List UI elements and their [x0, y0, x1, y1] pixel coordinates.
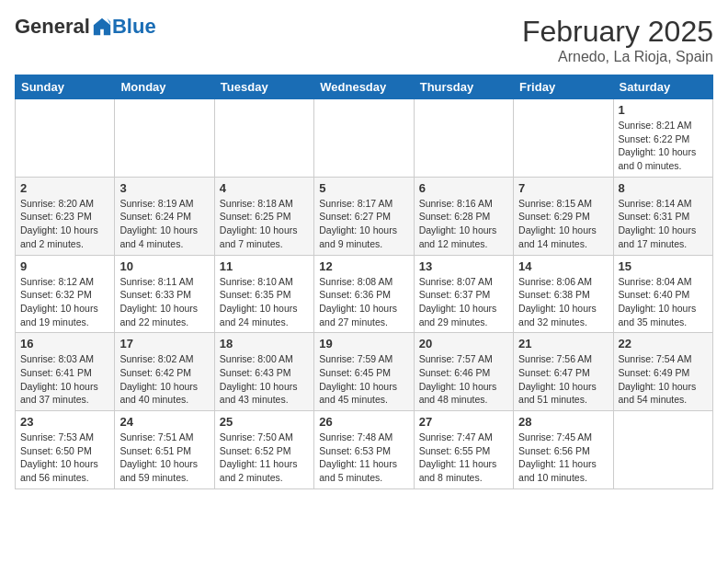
day-info: Sunrise: 7:57 AM Sunset: 6:46 PM Dayligh… — [419, 352, 508, 407]
day-number: 8 — [619, 181, 708, 195]
calendar-cell: 9Sunrise: 8:12 AM Sunset: 6:32 PM Daylig… — [16, 255, 115, 333]
day-info: Sunrise: 8:17 AM Sunset: 6:27 PM Dayligh… — [319, 197, 408, 251]
calendar-cell: 2Sunrise: 8:20 AM Sunset: 6:23 PM Daylig… — [16, 177, 115, 255]
calendar-cell: 28Sunrise: 7:45 AM Sunset: 6:56 PM Dayli… — [514, 411, 613, 489]
calendar-cell: 12Sunrise: 8:08 AM Sunset: 6:36 PM Dayli… — [314, 255, 414, 333]
weekday-header-wednesday: Wednesday — [314, 75, 414, 99]
day-info: Sunrise: 8:16 AM Sunset: 6:28 PM Dayligh… — [419, 197, 508, 251]
weekday-header-friday: Friday — [514, 75, 613, 99]
day-number: 7 — [518, 181, 608, 195]
day-info: Sunrise: 8:21 AM Sunset: 6:22 PM Dayligh… — [619, 119, 708, 173]
day-number: 9 — [20, 259, 109, 273]
calendar-cell: 20Sunrise: 7:57 AM Sunset: 6:46 PM Dayli… — [414, 333, 513, 411]
calendar-cell — [115, 99, 214, 178]
day-number: 21 — [518, 337, 608, 350]
day-number: 2 — [20, 181, 109, 195]
day-number: 25 — [220, 415, 309, 429]
day-number: 28 — [518, 415, 608, 429]
day-info: Sunrise: 7:56 AM Sunset: 6:47 PM Dayligh… — [518, 352, 608, 407]
calendar-cell: 3Sunrise: 8:19 AM Sunset: 6:24 PM Daylig… — [115, 177, 214, 255]
calendar-cell — [16, 99, 115, 178]
calendar-cell — [613, 411, 712, 489]
calendar-table: SundayMondayTuesdayWednesdayThursdayFrid… — [15, 75, 713, 489]
day-number: 24 — [119, 415, 209, 429]
day-info: Sunrise: 8:11 AM Sunset: 6:33 PM Dayligh… — [119, 275, 209, 329]
day-info: Sunrise: 8:15 AM Sunset: 6:29 PM Dayligh… — [518, 197, 608, 251]
calendar-week-3: 9Sunrise: 8:12 AM Sunset: 6:32 PM Daylig… — [16, 255, 713, 333]
day-number: 1 — [619, 103, 708, 117]
calendar-cell: 14Sunrise: 8:06 AM Sunset: 6:38 PM Dayli… — [514, 255, 613, 333]
calendar-cell: 24Sunrise: 7:51 AM Sunset: 6:51 PM Dayli… — [115, 411, 214, 489]
day-number: 18 — [220, 337, 309, 350]
day-number: 20 — [419, 337, 508, 350]
calendar-week-1: 1Sunrise: 8:21 AM Sunset: 6:22 PM Daylig… — [16, 99, 713, 178]
day-number: 13 — [419, 259, 508, 273]
location: Arnedo, La Rioja, Spain — [522, 49, 713, 65]
calendar-cell: 5Sunrise: 8:17 AM Sunset: 6:27 PM Daylig… — [314, 177, 414, 255]
day-number: 11 — [220, 259, 309, 273]
day-number: 26 — [319, 415, 408, 429]
day-info: Sunrise: 7:59 AM Sunset: 6:45 PM Dayligh… — [319, 352, 408, 407]
day-info: Sunrise: 8:07 AM Sunset: 6:37 PM Dayligh… — [419, 275, 508, 329]
calendar-cell: 10Sunrise: 8:11 AM Sunset: 6:33 PM Dayli… — [115, 255, 214, 333]
day-info: Sunrise: 7:53 AM Sunset: 6:50 PM Dayligh… — [20, 431, 109, 485]
day-info: Sunrise: 7:54 AM Sunset: 6:49 PM Dayligh… — [619, 352, 708, 407]
calendar-cell: 19Sunrise: 7:59 AM Sunset: 6:45 PM Dayli… — [314, 333, 414, 411]
day-info: Sunrise: 8:00 AM Sunset: 6:43 PM Dayligh… — [220, 352, 309, 407]
calendar-cell: 6Sunrise: 8:16 AM Sunset: 6:28 PM Daylig… — [414, 177, 513, 255]
calendar-week-5: 23Sunrise: 7:53 AM Sunset: 6:50 PM Dayli… — [16, 411, 713, 489]
weekday-header-row: SundayMondayTuesdayWednesdayThursdayFrid… — [16, 75, 713, 99]
calendar-week-2: 2Sunrise: 8:20 AM Sunset: 6:23 PM Daylig… — [16, 177, 713, 255]
weekday-header-saturday: Saturday — [613, 75, 712, 99]
day-info: Sunrise: 7:50 AM Sunset: 6:52 PM Dayligh… — [220, 431, 309, 485]
calendar-cell: 26Sunrise: 7:48 AM Sunset: 6:53 PM Dayli… — [314, 411, 414, 489]
weekday-header-tuesday: Tuesday — [214, 75, 313, 99]
calendar-cell — [214, 99, 313, 178]
day-info: Sunrise: 8:10 AM Sunset: 6:35 PM Dayligh… — [220, 275, 309, 329]
calendar-cell — [314, 99, 414, 178]
day-number: 19 — [319, 337, 408, 350]
day-number: 12 — [319, 259, 408, 273]
calendar-cell — [414, 99, 513, 178]
day-number: 17 — [119, 337, 209, 350]
day-number: 22 — [619, 337, 708, 350]
calendar-cell: 1Sunrise: 8:21 AM Sunset: 6:22 PM Daylig… — [613, 99, 712, 178]
title-area: February 2025 Arnedo, La Rioja, Spain — [522, 15, 713, 65]
day-info: Sunrise: 8:14 AM Sunset: 6:31 PM Dayligh… — [619, 197, 708, 251]
calendar-cell: 27Sunrise: 7:47 AM Sunset: 6:55 PM Dayli… — [414, 411, 513, 489]
calendar-cell: 22Sunrise: 7:54 AM Sunset: 6:49 PM Dayli… — [613, 333, 712, 411]
calendar-cell: 25Sunrise: 7:50 AM Sunset: 6:52 PM Dayli… — [214, 411, 313, 489]
day-info: Sunrise: 8:06 AM Sunset: 6:38 PM Dayligh… — [518, 275, 608, 329]
calendar-cell: 4Sunrise: 8:18 AM Sunset: 6:25 PM Daylig… — [214, 177, 313, 255]
calendar-cell: 23Sunrise: 7:53 AM Sunset: 6:50 PM Dayli… — [16, 411, 115, 489]
day-number: 5 — [319, 181, 408, 195]
calendar-cell: 17Sunrise: 8:02 AM Sunset: 6:42 PM Dayli… — [115, 333, 214, 411]
calendar-cell: 16Sunrise: 8:03 AM Sunset: 6:41 PM Dayli… — [16, 333, 115, 411]
day-number: 14 — [518, 259, 608, 273]
calendar-cell: 21Sunrise: 7:56 AM Sunset: 6:47 PM Dayli… — [514, 333, 613, 411]
day-info: Sunrise: 8:08 AM Sunset: 6:36 PM Dayligh… — [319, 275, 408, 329]
day-number: 4 — [220, 181, 309, 195]
calendar-cell: 8Sunrise: 8:14 AM Sunset: 6:31 PM Daylig… — [613, 177, 712, 255]
logo-blue-text: Blue — [112, 15, 156, 39]
day-info: Sunrise: 8:20 AM Sunset: 6:23 PM Dayligh… — [20, 197, 109, 251]
month-year: February 2025 — [522, 15, 713, 49]
day-number: 10 — [119, 259, 209, 273]
day-info: Sunrise: 8:03 AM Sunset: 6:41 PM Dayligh… — [20, 352, 109, 407]
calendar-cell: 11Sunrise: 8:10 AM Sunset: 6:35 PM Dayli… — [214, 255, 313, 333]
day-info: Sunrise: 7:45 AM Sunset: 6:56 PM Dayligh… — [518, 431, 608, 485]
page-header: General Blue February 2025 Arnedo, La Ri… — [15, 15, 713, 65]
day-number: 27 — [419, 415, 508, 429]
logo: General Blue — [15, 15, 156, 39]
day-info: Sunrise: 8:19 AM Sunset: 6:24 PM Dayligh… — [119, 197, 209, 251]
logo-general-text: General — [15, 15, 90, 39]
day-info: Sunrise: 8:12 AM Sunset: 6:32 PM Dayligh… — [20, 275, 109, 329]
day-number: 16 — [20, 337, 109, 350]
calendar-cell: 7Sunrise: 8:15 AM Sunset: 6:29 PM Daylig… — [514, 177, 613, 255]
day-info: Sunrise: 8:18 AM Sunset: 6:25 PM Dayligh… — [220, 197, 309, 251]
weekday-header-sunday: Sunday — [16, 75, 115, 99]
day-info: Sunrise: 7:51 AM Sunset: 6:51 PM Dayligh… — [119, 431, 209, 485]
day-info: Sunrise: 8:04 AM Sunset: 6:40 PM Dayligh… — [619, 275, 708, 329]
calendar-cell — [514, 99, 613, 178]
calendar-cell: 15Sunrise: 8:04 AM Sunset: 6:40 PM Dayli… — [613, 255, 712, 333]
